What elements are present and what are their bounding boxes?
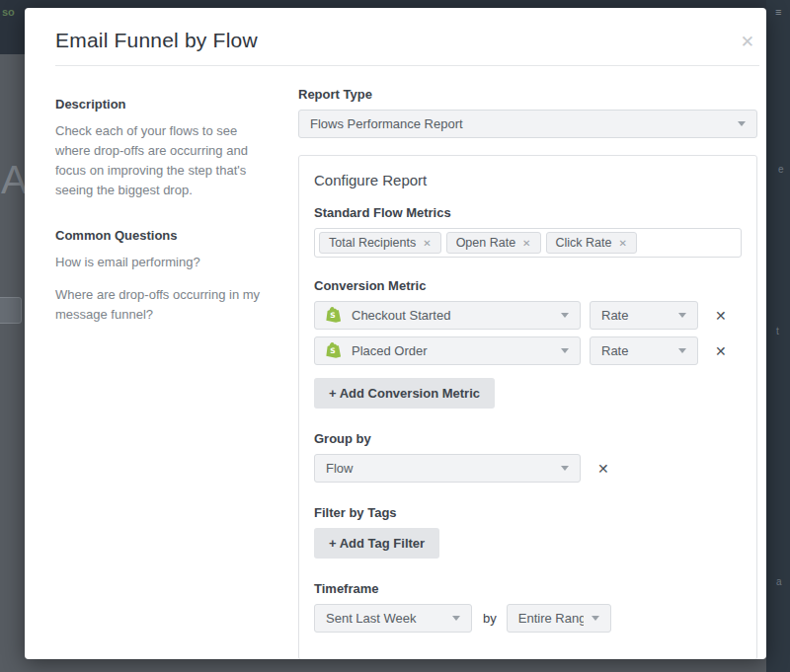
chevron-down-icon [561, 313, 569, 318]
conversion-metric-select[interactable]: S Checkout Started [314, 301, 581, 330]
conversion-metric-label: Conversion Metric [314, 278, 742, 293]
timeframe-select[interactable]: Sent Last Week [314, 604, 472, 633]
conversion-mode-select[interactable]: Rate [590, 336, 698, 365]
metric-chip-label: Click Rate [556, 236, 612, 250]
filter-by-tags-label: Filter by Tags [314, 505, 742, 520]
metric-chip-label: Total Recipients [329, 236, 416, 250]
group-by-select[interactable]: Flow [314, 454, 581, 483]
chevron-down-icon [678, 313, 686, 318]
chevron-down-icon [678, 348, 686, 353]
conversion-metric-select[interactable]: S Placed Order [314, 336, 581, 365]
description-text: Check each of your flows to see where dr… [55, 121, 272, 201]
remove-row-icon[interactable]: ✕ [597, 462, 609, 476]
svg-text:S: S [330, 311, 335, 320]
conversion-metric-value: Checkout Started [352, 308, 553, 323]
add-conversion-metric-button[interactable]: + Add Conversion Metric [314, 378, 495, 409]
chip-remove-icon[interactable]: ✕ [423, 238, 431, 249]
chip-remove-icon[interactable]: ✕ [522, 238, 530, 249]
chevron-down-icon [452, 616, 460, 621]
chevron-down-icon [561, 348, 569, 353]
group-by-row: Flow ✕ [314, 454, 742, 483]
conversion-mode-value: Rate [601, 308, 671, 323]
group-by-value: Flow [326, 461, 553, 476]
chip-remove-icon[interactable]: ✕ [618, 238, 626, 249]
shopify-icon: S [326, 342, 341, 359]
chevron-down-icon [561, 466, 569, 471]
background-text-fragment: so [2, 6, 15, 18]
report-type-value: Flows Performance Report [310, 116, 730, 131]
menu-icon: ≡ [775, 7, 781, 18]
metric-chip[interactable]: Total Recipients ✕ [319, 232, 441, 254]
metric-chip[interactable]: Open Rate ✕ [446, 232, 541, 254]
create-report-modal: Email Funnel by Flow ✕ Description Check… [25, 8, 766, 659]
timeframe-value: Sent Last Week [326, 611, 444, 626]
conversion-metric-value: Placed Order [352, 343, 553, 358]
modal-header: Email Funnel by Flow ✕ [25, 8, 766, 65]
conversion-metric-row: S Checkout Started Rate ✕ [314, 301, 742, 330]
close-icon[interactable]: ✕ [737, 30, 758, 54]
group-by-label: Group by [314, 431, 742, 446]
report-config-panel: Report Type Flows Performance Report Con… [285, 87, 757, 659]
add-tag-filter-button[interactable]: + Add Tag Filter [314, 528, 439, 559]
background-right-panel: ≡ e t a [766, 0, 790, 672]
background-text-fragment: e [778, 164, 784, 175]
timeframe-range-value: Entire Range [518, 611, 584, 626]
description-heading: Description [55, 97, 272, 112]
chevron-down-icon [738, 121, 746, 126]
svg-text:S: S [330, 346, 335, 355]
common-questions-heading: Common Questions [55, 228, 272, 243]
common-question: Where are drop-offs occurring in my mess… [55, 285, 272, 325]
background-input-fragment [0, 297, 22, 324]
conversion-metric-row: S Placed Order Rate ✕ [314, 336, 742, 365]
timeframe-by-label: by [483, 611, 497, 626]
report-type-label: Report Type [298, 87, 757, 102]
configure-report-box: Configure Report Standard Flow Metrics T… [298, 155, 757, 659]
timeframe-label: Timeframe [314, 581, 742, 596]
conversion-mode-value: Rate [601, 343, 671, 358]
timeframe-row: Sent Last Week by Entire Range [314, 604, 742, 633]
metric-chip[interactable]: Click Rate ✕ [546, 232, 637, 254]
remove-row-icon[interactable]: ✕ [715, 344, 727, 358]
modal-title: Email Funnel by Flow [55, 29, 736, 52]
background-text-fragment: t [776, 326, 779, 336]
timeframe-range-select[interactable]: Entire Range [507, 604, 611, 633]
standard-metrics-multiselect[interactable]: Total Recipients ✕ Open Rate ✕ Click Rat… [314, 228, 742, 258]
chevron-down-icon [592, 616, 599, 621]
standard-flow-metrics-label: Standard Flow Metrics [314, 205, 742, 220]
conversion-mode-select[interactable]: Rate [590, 301, 698, 330]
shopify-icon: S [326, 307, 341, 324]
common-question: How is email performing? [55, 253, 272, 272]
metric-chip-label: Open Rate [456, 236, 515, 250]
report-type-select[interactable]: Flows Performance Report [298, 110, 757, 138]
background-text-fragment: a [776, 576, 782, 587]
modal-body: Description Check each of your flows to … [25, 66, 766, 659]
description-panel: Description Check each of your flows to … [55, 87, 285, 659]
remove-row-icon[interactable]: ✕ [715, 309, 727, 323]
configure-report-heading: Configure Report [314, 172, 742, 188]
